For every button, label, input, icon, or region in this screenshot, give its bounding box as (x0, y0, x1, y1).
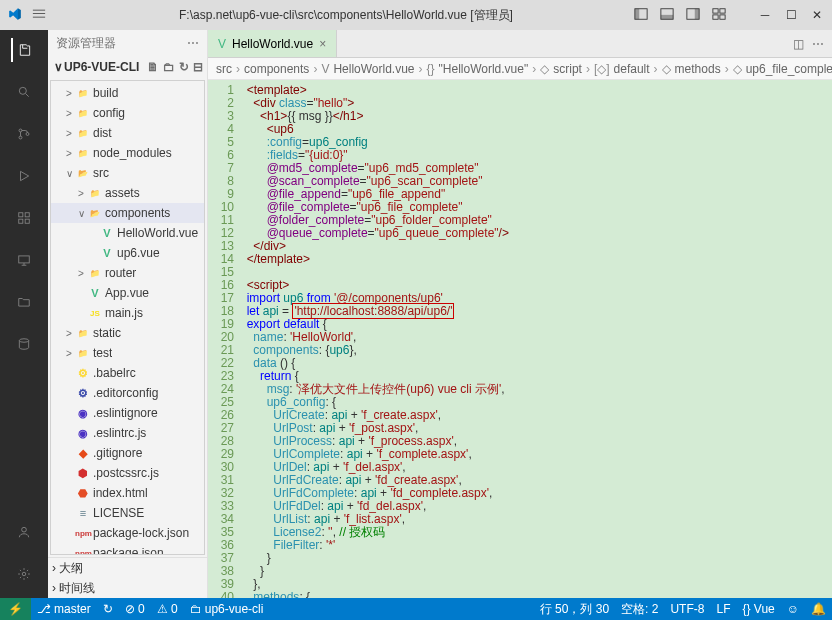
tree-item--babelrc[interactable]: ⚙.babelrc (51, 363, 204, 383)
close-icon[interactable]: ✕ (810, 8, 824, 22)
layout-panel-bottom-icon[interactable] (660, 7, 674, 24)
tree-item-label: config (93, 106, 125, 120)
git-branch[interactable]: ⎇master (31, 602, 97, 616)
debug-icon[interactable] (12, 164, 36, 188)
layout-panel-left-icon[interactable] (634, 7, 648, 24)
file-type-icon: V (99, 247, 115, 259)
account-icon[interactable] (12, 520, 36, 544)
tree-item-label: src (93, 166, 109, 180)
database-icon[interactable] (12, 332, 36, 356)
notifications-icon[interactable]: 🔔 (805, 601, 832, 618)
tree-item-label: main.js (105, 306, 143, 320)
remote-icon[interactable] (12, 248, 36, 272)
breadcrumb-item[interactable]: script (553, 62, 582, 76)
tree-item--eslintrc-js[interactable]: ◉.eslintrc.js (51, 423, 204, 443)
errors-indicator[interactable]: ⊘ 0 (119, 602, 151, 616)
source-control-icon[interactable] (12, 122, 36, 146)
tree-item--editorconfig[interactable]: ⚙.editorconfig (51, 383, 204, 403)
breadcrumb-item[interactable]: src (216, 62, 232, 76)
tree-item-label: components (105, 206, 170, 220)
file-type-icon: npm (75, 549, 91, 556)
tree-item-license[interactable]: ≡LICENSE (51, 503, 204, 523)
breadcrumb-item[interactable]: "HelloWorld.vue" (439, 62, 529, 76)
tree-item-app-vue[interactable]: VApp.vue (51, 283, 204, 303)
svg-point-21 (22, 572, 26, 576)
indent-indicator[interactable]: 空格: 2 (615, 601, 664, 618)
file-type-icon: 📁 (75, 349, 91, 358)
code-content[interactable]: <template> <div class="hello"> <h1>{{ ms… (240, 80, 832, 598)
minimize-icon[interactable]: ─ (758, 8, 772, 22)
collapse-icon[interactable]: ⊟ (193, 60, 203, 74)
tree-item--postcssrc-js[interactable]: ⬢.postcssrc.js (51, 463, 204, 483)
outline-section[interactable]: › 大纲 (48, 558, 207, 578)
layout-grid-icon[interactable] (712, 7, 726, 24)
new-folder-icon[interactable]: 🗀 (163, 60, 175, 74)
project-root[interactable]: ∨ UP6-VUE-CLI 🗎 🗀 ↻ ⊟ (48, 56, 207, 78)
tree-item-up6-vue[interactable]: Vup6.vue (51, 243, 204, 263)
breadcrumb-item[interactable]: default (614, 62, 650, 76)
tree-item-index-html[interactable]: ⬣index.html (51, 483, 204, 503)
folder-icon[interactable] (12, 290, 36, 314)
svg-point-11 (19, 129, 22, 132)
tree-item--eslintignore[interactable]: ◉.eslintignore (51, 403, 204, 423)
remote-indicator[interactable]: ⚡ (0, 598, 31, 620)
vscode-icon (8, 7, 24, 23)
refresh-icon[interactable]: ↻ (179, 60, 189, 74)
tree-item-dist[interactable]: >📁dist (51, 123, 204, 143)
search-icon[interactable] (12, 80, 36, 104)
tree-item-helloworld-vue[interactable]: VHelloWorld.vue (51, 223, 204, 243)
file-type-icon: 📂 (75, 169, 91, 178)
timeline-section[interactable]: › 时间线 (48, 578, 207, 598)
breadcrumb[interactable]: src›components›VHelloWorld.vue›{}"HelloW… (208, 58, 832, 80)
tree-item-router[interactable]: >📁router (51, 263, 204, 283)
file-type-icon: JS (87, 309, 103, 318)
maximize-icon[interactable]: ☐ (784, 8, 798, 22)
svg-point-10 (19, 87, 26, 94)
warnings-indicator[interactable]: ⚠ 0 (151, 602, 184, 616)
tab-helloworld[interactable]: V HelloWorld.vue × (208, 30, 337, 57)
tree-item-src[interactable]: ∨📂src (51, 163, 204, 183)
gear-icon[interactable] (12, 562, 36, 586)
tree-item-test[interactable]: >📁test (51, 343, 204, 363)
sync-button[interactable]: ↻ (97, 602, 119, 616)
file-type-icon: npm (75, 529, 91, 538)
layout-panel-right-icon[interactable] (686, 7, 700, 24)
split-editor-icon[interactable]: ◫ (793, 37, 804, 51)
svg-rect-16 (25, 219, 29, 223)
close-tab-icon[interactable]: × (319, 37, 326, 51)
encoding-indicator[interactable]: UTF-8 (664, 601, 710, 618)
eol-indicator[interactable]: LF (710, 601, 736, 618)
tree-item-components[interactable]: ∨📂components (51, 203, 204, 223)
tree-item-node-modules[interactable]: >📁node_modules (51, 143, 204, 163)
tree-item-static[interactable]: >📁static (51, 323, 204, 343)
folder-indicator[interactable]: 🗀up6-vue-cli (184, 602, 270, 616)
extensions-icon[interactable] (12, 206, 36, 230)
tree-item-label: LICENSE (93, 506, 144, 520)
breadcrumb-item[interactable]: components (244, 62, 309, 76)
explorer-icon[interactable] (11, 38, 35, 62)
more-icon[interactable]: ⋯ (187, 36, 199, 50)
svg-rect-18 (19, 256, 30, 263)
hamburger-menu-icon[interactable] (32, 7, 46, 24)
tree-item-package-json[interactable]: npmpackage.json (51, 543, 204, 555)
file-type-icon: 📁 (87, 189, 103, 198)
tree-item-main-js[interactable]: JSmain.js (51, 303, 204, 323)
new-file-icon[interactable]: 🗎 (147, 60, 159, 74)
breadcrumb-item[interactable]: methods (675, 62, 721, 76)
breadcrumb-icon: {} (427, 62, 435, 76)
breadcrumb-item[interactable]: HelloWorld.vue (333, 62, 414, 76)
cursor-position[interactable]: 行 50，列 30 (534, 601, 615, 618)
more-actions-icon[interactable]: ⋯ (812, 37, 824, 51)
tree-item-config[interactable]: >📁config (51, 103, 204, 123)
language-indicator[interactable]: {} Vue (736, 601, 780, 618)
breadcrumb-item[interactable]: up6_file_complete (746, 62, 832, 76)
tree-item--gitignore[interactable]: ◆.gitignore (51, 443, 204, 463)
code-editor[interactable]: 1234567891011121314151617181920212223242… (208, 80, 832, 598)
tree-item-label: index.html (93, 486, 148, 500)
tree-item-build[interactable]: >📁build (51, 83, 204, 103)
feedback-icon[interactable]: ☺ (781, 601, 805, 618)
tree-item-assets[interactable]: >📁assets (51, 183, 204, 203)
tree-item-package-lock-json[interactable]: npmpackage-lock.json (51, 523, 204, 543)
file-type-icon: ◉ (75, 427, 91, 440)
branch-icon: ⎇ (37, 602, 51, 616)
